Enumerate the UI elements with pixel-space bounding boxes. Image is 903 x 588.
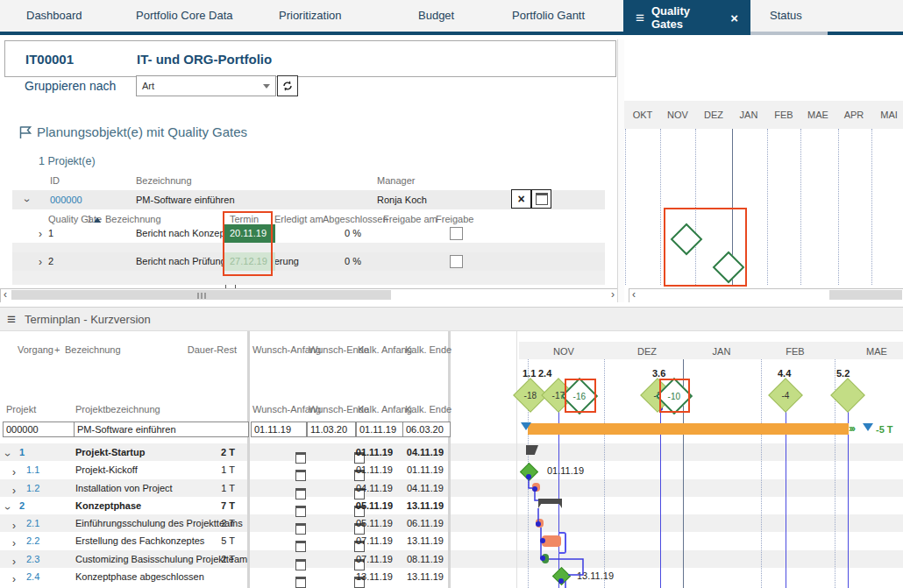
month-label: JAN — [731, 110, 766, 120]
scroll-left-icon[interactable]: ‹ — [4, 289, 7, 301]
sort-indicator[interactable]: 1 — [87, 214, 92, 224]
tab-portfolio-gantt[interactable]: Portfolio Gantt — [512, 0, 585, 32]
month-label: APR — [836, 110, 871, 120]
delete-button[interactable]: × — [511, 189, 531, 209]
expand-icon[interactable]: › — [39, 256, 42, 268]
col-erledigt[interactable]: Erledigt am — [274, 214, 324, 224]
month-label: MAI — [871, 110, 903, 120]
filler-band — [12, 271, 605, 285]
project-name: PM-Software einführen — [136, 195, 235, 205]
calendar-button[interactable] — [531, 189, 551, 209]
col-abgeschlossen[interactable]: Abgeschlossen — [323, 214, 388, 224]
left-hscrollbar[interactable]: ‹ › — [0, 288, 618, 303]
dependency-connectors — [0, 302, 903, 588]
quality-gates-gantt: OKT NOV DEZ JAN FEB MAE APR MAI ‹ — [624, 35, 903, 302]
gate-progress: 0 % — [319, 228, 361, 238]
project-id[interactable]: 000000 — [50, 195, 82, 205]
termin-highlight-box — [223, 211, 273, 276]
month-label: DEZ — [696, 110, 731, 120]
month-label: FEB — [766, 110, 801, 120]
gate-row[interactable]: › 1 Bericht nach Konzepterstellung 20.11… — [12, 224, 605, 243]
col-manager[interactable]: Manager — [377, 175, 415, 186]
tab-prioritization[interactable]: Prioritization — [279, 0, 342, 32]
month-label: MAE — [800, 110, 835, 120]
tab-portfolio-core-data[interactable]: Portfolio Core Data — [136, 0, 233, 32]
refresh-icon — [281, 80, 294, 92]
tab-status[interactable]: Status — [770, 0, 802, 32]
group-by-value: Art — [142, 81, 154, 91]
tab-dashboard[interactable]: Dashboard — [26, 0, 82, 32]
section-title: Planungsobjekt(e) mit Quality Gates — [37, 124, 247, 139]
col-freigabe[interactable]: Freigabe — [436, 214, 473, 224]
col-gate-name[interactable]: Bezeichnung — [105, 214, 161, 224]
month-label: NOV — [660, 110, 695, 120]
col-name[interactable]: Bezeichnung — [136, 175, 192, 186]
close-tab-icon[interactable]: × — [730, 11, 738, 25]
gate-progress: 0 % — [319, 256, 361, 266]
gridline — [625, 129, 626, 285]
scroll-right-icon[interactable]: › — [611, 289, 615, 301]
gate-row[interactable]: › 2 Bericht nach Prüfung der Realisierun… — [12, 252, 605, 271]
gridline — [838, 129, 839, 285]
portfolio-id: IT00001 — [25, 52, 74, 67]
gate-number: 2 — [48, 256, 53, 266]
gridline — [660, 129, 661, 285]
sort-asc-icon — [94, 217, 101, 223]
col-freigabe-am[interactable]: Freigabe am — [383, 214, 437, 224]
group-by-label: Gruppieren nach — [25, 79, 116, 93]
terminplan-section: ≡ Terminplan - Kurzversion Vorgang + Bez… — [0, 302, 903, 588]
scrollbar-thumb[interactable] — [11, 290, 391, 300]
portfolio-name: IT- und ORG-Portfolio — [137, 52, 272, 67]
portfolio-header-box: IT00001 IT- und ORG-Portfolio — [4, 40, 616, 77]
flag-icon — [18, 125, 33, 141]
hamburger-icon[interactable]: ≡ — [636, 11, 644, 25]
freigabe-checkbox[interactable] — [450, 255, 463, 268]
project-count: 1 Projekt(e) — [39, 155, 96, 167]
freigabe-checkbox[interactable] — [450, 227, 463, 240]
expand-icon[interactable]: › — [39, 228, 42, 240]
tab-budget[interactable]: Budget — [418, 0, 454, 32]
chevron-down-icon — [263, 84, 270, 89]
row-gap — [12, 243, 605, 252]
gate-number: 1 — [48, 228, 53, 238]
quality-gates-panel: IT00001 IT- und ORG-Portfolio Gruppieren… — [0, 35, 616, 302]
gridline — [871, 129, 872, 285]
group-by-select[interactable]: Art — [136, 75, 276, 96]
scroll-left-icon[interactable]: ‹ — [632, 289, 636, 301]
refresh-button[interactable] — [277, 75, 298, 96]
gantt-highlight-box — [664, 208, 747, 287]
scrollbar-thumb[interactable] — [829, 290, 902, 300]
project-manager: Ronja Koch — [377, 195, 427, 205]
gridline — [767, 129, 768, 285]
tab-quality-gates-label: Quality Gates — [651, 4, 718, 31]
tab-quality-gates[interactable]: ≡ Quality Gates × — [623, 0, 750, 35]
app-window: Dashboard Portfolio Core Data Prioritiza… — [0, 0, 903, 588]
tab-bar: Dashboard Portfolio Core Data Prioritiza… — [0, 0, 903, 35]
collapse-icon[interactable]: › — [21, 199, 33, 202]
month-header-band: OKT NOV DEZ JAN FEB MAE APR MAI — [624, 101, 903, 129]
col-id[interactable]: ID — [50, 175, 60, 186]
gridline — [800, 129, 801, 285]
month-label: OKT — [625, 110, 660, 120]
right-hscrollbar[interactable]: ‹ — [629, 288, 903, 303]
